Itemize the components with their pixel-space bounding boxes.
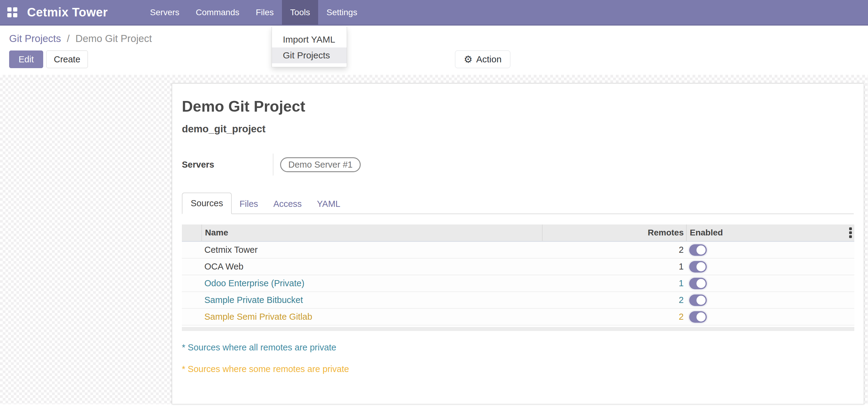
servers-field-row: Servers Demo Server #1: [182, 154, 854, 176]
servers-field-value: Demo Server #1: [273, 154, 361, 176]
enabled-toggle[interactable]: [689, 294, 707, 306]
record-title: Demo Git Project: [182, 98, 854, 115]
top-navbar: Cetmix Tower Servers Commands Files Tool…: [0, 0, 868, 26]
action-button[interactable]: ⚙ Action: [455, 51, 510, 68]
enabled-toggle[interactable]: [689, 311, 707, 323]
footnote-all-private: * Sources where all remotes are private: [182, 343, 854, 352]
gear-icon: ⚙: [464, 55, 473, 64]
source-name: OCA Web: [202, 258, 542, 275]
table-row[interactable]: Odoo Enterprise (Private) 1: [182, 275, 854, 292]
table-row[interactable]: OCA Web 1: [182, 258, 854, 275]
content-background: Demo Git Project demo_git_project Server…: [0, 75, 868, 404]
action-button-label: Action: [476, 54, 501, 64]
source-name: Sample Private Bitbucket: [202, 292, 542, 308]
edit-button[interactable]: Edit: [9, 51, 43, 68]
tab-sources[interactable]: Sources: [182, 192, 232, 214]
remotes-count: 2: [542, 292, 686, 308]
menu-item-git-projects[interactable]: Git Projects: [272, 48, 347, 63]
create-button[interactable]: Create: [46, 51, 88, 68]
enabled-toggle[interactable]: [689, 261, 707, 273]
button-row: Edit Create ⚙ Action: [9, 51, 868, 68]
nav-item-servers[interactable]: Servers: [142, 0, 187, 25]
footnote-some-private: * Sources where some remotes are private: [182, 364, 854, 374]
enabled-toggle[interactable]: [689, 244, 707, 256]
nav-item-tools[interactable]: Tools: [282, 0, 318, 25]
remotes-count: 1: [542, 275, 686, 291]
table-row[interactable]: Sample Semi Private Gitlab 2: [182, 309, 854, 325]
column-header-name: Name: [202, 224, 542, 241]
breadcrumb-current: Demo Git Project: [75, 33, 152, 44]
column-header-remotes: Remotes: [542, 224, 686, 241]
nav-item-files[interactable]: Files: [248, 0, 282, 25]
server-tag: Demo Server #1: [280, 157, 361, 172]
column-header-handle: [182, 224, 202, 241]
tab-files[interactable]: Files: [232, 194, 266, 214]
navbar-menu: Servers Commands Files Tools Settings: [142, 0, 365, 25]
tab-access[interactable]: Access: [266, 194, 309, 214]
control-panel: Git Projects / Demo Git Project Edit Cre…: [0, 26, 868, 75]
apps-grid-icon-glyph: [7, 7, 17, 17]
remotes-count: 1: [542, 258, 686, 275]
servers-field-label: Servers: [182, 160, 273, 170]
record-subtitle: demo_git_project: [182, 123, 854, 135]
menu-item-import-yaml[interactable]: Import YAML: [272, 32, 347, 48]
nav-item-settings[interactable]: Settings: [318, 0, 365, 25]
brand-title[interactable]: Cetmix Tower: [20, 0, 115, 25]
enabled-toggle[interactable]: [689, 278, 707, 289]
source-name: Cetmix Tower: [202, 242, 542, 258]
apps-grid-icon[interactable]: [0, 0, 20, 25]
table-row[interactable]: Sample Private Bitbucket 2: [182, 292, 854, 309]
remotes-count: 2: [542, 309, 686, 325]
notebook-tabs: Sources Files Access YAML: [182, 192, 854, 214]
tab-yaml[interactable]: YAML: [309, 194, 348, 214]
source-name: Sample Semi Private Gitlab: [202, 309, 542, 325]
nav-item-commands[interactable]: Commands: [188, 0, 248, 25]
table-scrollbar-track[interactable]: [182, 327, 854, 331]
breadcrumb-parent-link[interactable]: Git Projects: [9, 33, 61, 44]
source-name: Odoo Enterprise (Private): [202, 275, 542, 291]
kebab-menu-icon[interactable]: [849, 227, 852, 238]
remotes-count: 2: [542, 242, 686, 258]
table-header-row: Name Remotes Enabled: [182, 224, 854, 242]
tools-dropdown-menu: Import YAML Git Projects: [272, 27, 347, 67]
form-sheet: Demo Git Project demo_git_project Server…: [172, 83, 864, 404]
table-row[interactable]: Cetmix Tower 2: [182, 242, 854, 258]
sources-table: Name Remotes Enabled Cetmix Tower 2 OCA …: [182, 224, 854, 325]
breadcrumb: Git Projects / Demo Git Project: [9, 33, 868, 44]
column-header-enabled: Enabled: [686, 224, 854, 241]
breadcrumb-separator: /: [64, 33, 73, 44]
